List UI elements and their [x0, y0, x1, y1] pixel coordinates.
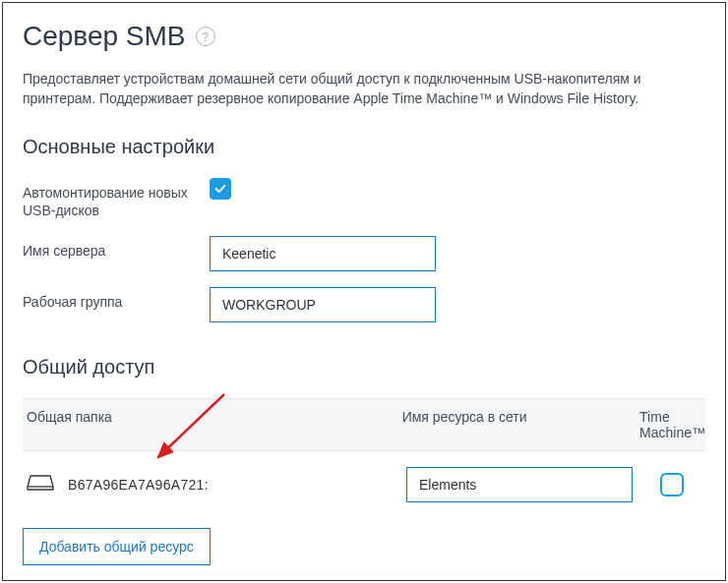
table-row: B67A96EA7A96A721: [23, 451, 705, 518]
folder-cell: B67A96EA7A96A721: [23, 473, 406, 496]
col-header-folder: Общая папка [23, 409, 402, 440]
sharing-section-title: Общий доступ [23, 356, 705, 379]
workgroup-label: Рабочая группа [23, 287, 210, 311]
workgroup-row: Рабочая группа [23, 287, 705, 322]
automount-row: Автомонтирование новых USB-дисков [23, 178, 705, 219]
basic-settings-section: Основные настройки Автомонтирование новы… [23, 136, 705, 321]
page-title-text: Сервер SMB [23, 21, 186, 52]
resource-name-input[interactable] [406, 467, 633, 502]
disk-icon [27, 473, 54, 496]
automount-label: Автомонтирование новых USB-дисков [23, 178, 210, 219]
folder-name: B67A96EA7A96A721: [68, 477, 209, 493]
servername-input[interactable] [210, 236, 436, 271]
servername-label: Имя сервера [23, 236, 210, 260]
check-icon [213, 182, 227, 196]
col-header-resource: Имя ресурса в сети [402, 409, 626, 440]
col-header-timemachine: Time Machine™ [626, 409, 705, 440]
page-title: Сервер SMB ? [23, 21, 705, 52]
page-description: Предоставляет устройствам домашней сети … [23, 70, 705, 108]
add-share-button[interactable]: Добавить общий ресурс [23, 528, 211, 565]
automount-checkbox[interactable] [210, 178, 231, 200]
sharing-section: Общий доступ Общая папка Имя ресурса в с… [23, 356, 705, 565]
help-icon[interactable]: ? [196, 27, 215, 46]
workgroup-input[interactable] [210, 287, 436, 322]
servername-row: Имя сервера [23, 236, 705, 271]
sharing-table-header: Общая папка Имя ресурса в сети Time Mach… [23, 398, 705, 451]
basic-section-title: Основные настройки [23, 136, 705, 158]
timemachine-checkbox[interactable] [660, 473, 684, 496]
